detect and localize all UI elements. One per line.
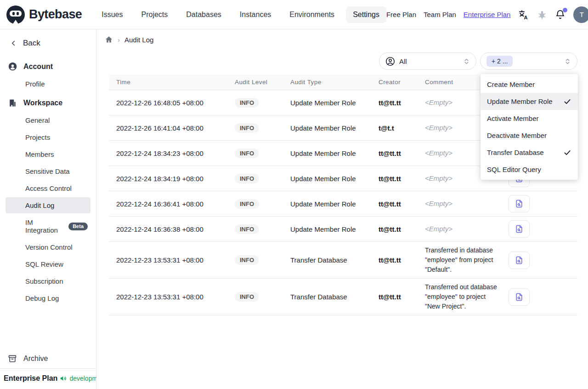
table-row: 2022-12-24 16:36:38 +08:00INFOUpdate Mem…: [109, 217, 577, 242]
sidebar-item-members[interactable]: Members: [6, 146, 90, 162]
sidebar-item-label: Version Control: [25, 243, 73, 251]
column-header-time: Time: [109, 79, 235, 86]
notification-bell-icon[interactable]: [555, 9, 565, 20]
creator-filter-value: All: [399, 57, 407, 65]
creator-filter-select[interactable]: All: [379, 52, 476, 70]
file-search-icon: [514, 199, 524, 208]
creator-cell: tt@tt.tt: [379, 149, 425, 157]
plan-link-enterprise-plan[interactable]: Enterprise Plan: [464, 11, 511, 18]
back-button[interactable]: Back: [0, 34, 96, 55]
account-icon: [7, 62, 17, 71]
creator-cell: tt@tt.tt: [379, 256, 425, 264]
audit-type-filter-select[interactable]: + 2 ...: [480, 52, 577, 70]
archive-icon: [7, 354, 17, 363]
nav-item-instances[interactable]: Instances: [233, 6, 278, 23]
brand-name: Bytebase: [29, 7, 82, 22]
nav-item-issues[interactable]: Issues: [95, 6, 130, 23]
sidebar-item-audit-log[interactable]: Audit Log: [6, 197, 90, 213]
menu-item-create-member[interactable]: Create Member: [481, 76, 578, 93]
sidebar-item-label: Subscription: [25, 277, 63, 285]
top-navbar: Bytebase IssuesProjectsDatabasesInstance…: [0, 0, 588, 29]
audit-level-badge: INFO: [235, 98, 259, 108]
audit-type-cell: Transfer Database: [290, 293, 379, 301]
breadcrumb: › Audit Log: [105, 33, 577, 46]
table-row: 2022-12-23 13:53:31 +08:00INFOTransfer D…: [109, 242, 577, 279]
creator-cell: t@t.t: [379, 124, 425, 132]
comment-cell: <Empty>: [425, 224, 501, 235]
workspace-icon: [7, 98, 17, 108]
sidebar-item-sql-review[interactable]: SQL Review: [6, 256, 90, 272]
sidebar-item-label: Profile: [25, 80, 45, 88]
sidebar-item-version-control[interactable]: Version Control: [6, 239, 90, 255]
time-cell: 2022-12-24 18:34:23 +08:00: [116, 149, 204, 157]
sidebar-section-account: Account: [0, 58, 96, 75]
current-plan-label: Enterprise Plan: [4, 374, 57, 383]
sidebar-item-subscription[interactable]: Subscription: [6, 273, 90, 289]
audit-level-badge: INFO: [235, 199, 259, 209]
settings-sidebar: Back AccountProfileWorkspaceGeneralProje…: [0, 29, 96, 389]
menu-item-deactivate-member[interactable]: Deactivate Member: [481, 127, 578, 144]
view-detail-button[interactable]: [509, 288, 530, 306]
audit-level-badge: INFO: [235, 174, 259, 183]
view-detail-button[interactable]: [509, 252, 530, 269]
sidebar-item-profile[interactable]: Profile: [6, 76, 90, 92]
audit-type-cell: Update Member Role: [290, 175, 379, 183]
time-cell: 2022-12-24 18:34:19 +08:00: [116, 175, 204, 183]
home-icon[interactable]: [105, 35, 113, 44]
sidebar-item-label: Audit Log: [25, 201, 54, 209]
view-detail-button[interactable]: [509, 220, 530, 238]
plan-link-team-plan[interactable]: Team Plan: [424, 11, 456, 18]
filter-bar: All + 2 ...: [105, 52, 577, 70]
nav-item-settings[interactable]: Settings: [346, 6, 386, 23]
file-search-icon: [514, 224, 524, 234]
menu-item-label: Create Member: [487, 80, 535, 88]
breadcrumb-current: Audit Log: [124, 36, 153, 44]
main-nav: IssuesProjectsDatabasesInstancesEnvironm…: [95, 6, 386, 23]
sidebar-item-projects[interactable]: Projects: [6, 129, 90, 145]
time-cell: 2022-12-26 16:41:04 +08:00: [116, 124, 204, 132]
sidebar-item-general[interactable]: General: [6, 112, 90, 128]
sidebar-item-im-integration[interactable]: IM IntegrationBeta: [6, 214, 90, 238]
menu-item-transfer-database[interactable]: Transfer Database: [481, 144, 578, 161]
menu-item-sql-editor-query[interactable]: SQL Editor Query: [481, 161, 578, 178]
plan-link-free-plan[interactable]: Free Plan: [386, 11, 416, 18]
column-header-audit-level: Audit Level: [235, 79, 290, 86]
breadcrumb-separator-icon: ›: [118, 36, 120, 44]
sidebar-item-label: IM Integration: [25, 218, 65, 234]
bytebase-logo[interactable]: Bytebase: [6, 6, 82, 24]
audit-level-badge: INFO: [235, 255, 259, 265]
audit-type-cell: Update Member Role: [290, 200, 379, 208]
creator-cell: tt@tt.tt: [379, 175, 425, 183]
audit-type-cell: Update Member Role: [290, 124, 379, 132]
table-row: 2022-12-24 16:36:41 +08:00INFOUpdate Mem…: [109, 191, 577, 217]
audit-type-dropdown-menu: Create MemberUpdate Member RoleActivate …: [481, 74, 578, 180]
comment-cell: Transferred out database "employee" to p…: [425, 279, 501, 315]
notification-dot: [563, 8, 567, 12]
sidebar-item-sensitive-data[interactable]: Sensitive Data: [6, 163, 90, 179]
file-search-icon: [514, 292, 524, 302]
bug-icon[interactable]: [537, 10, 547, 20]
sidebar-footer: Enterprise Plan development: [0, 368, 96, 389]
menu-item-activate-member[interactable]: Activate Member: [481, 110, 578, 127]
menu-item-label: Update Member Role: [487, 97, 553, 105]
navbar-right: Free PlanTeam PlanEnterprise Plan A: [386, 6, 588, 23]
translate-icon[interactable]: A: [518, 9, 529, 20]
speaker-icon: [60, 375, 67, 382]
creator-cell: tt@tt.tt: [379, 225, 425, 233]
menu-item-update-member-role[interactable]: Update Member Role: [481, 93, 578, 110]
sidebar-item-archive[interactable]: Archive: [0, 349, 96, 368]
audit-type-cell: Update Member Role: [290, 149, 379, 157]
avatar[interactable]: T: [573, 6, 588, 23]
beta-badge: Beta: [68, 223, 88, 230]
view-detail-button[interactable]: [509, 195, 530, 212]
sidebar-section-title: Account: [23, 63, 53, 71]
sidebar-item-debug-log[interactable]: Debug Log: [6, 290, 90, 306]
back-label: Back: [23, 39, 40, 48]
nav-item-projects[interactable]: Projects: [135, 6, 175, 23]
archive-label: Archive: [23, 355, 48, 363]
nav-item-databases[interactable]: Databases: [179, 6, 228, 23]
sidebar-item-access-control[interactable]: Access Control: [6, 180, 90, 196]
creator-cell: tt@tt.tt: [379, 99, 425, 107]
sidebar-section-title: Workspace: [23, 99, 62, 107]
nav-item-environments[interactable]: Environments: [283, 6, 341, 23]
